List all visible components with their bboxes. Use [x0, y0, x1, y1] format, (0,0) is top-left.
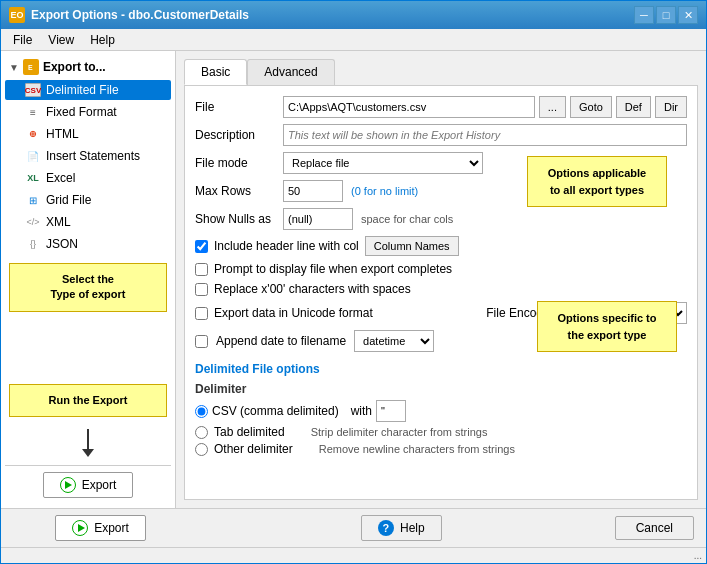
header-checkbox-label: Include header line with col	[214, 239, 359, 253]
nulls-hint: space for char cols	[361, 213, 453, 225]
json-icon: {}	[25, 237, 41, 251]
callout-all-types: Options applicableto all export types	[527, 156, 667, 207]
play-triangle-bottom	[78, 524, 85, 532]
tree-item-json-label: JSON	[46, 237, 78, 251]
tree-item-csv-label: Delimited File	[46, 83, 119, 97]
menu-bar: File View Help	[1, 29, 706, 51]
unicode-checkbox[interactable]	[195, 307, 208, 320]
tree-item-fixed[interactable]: ≡ Fixed Format	[5, 102, 171, 122]
prompt-checkbox[interactable]	[195, 263, 208, 276]
csv-icon: CSV	[25, 83, 41, 97]
tree-item-xml[interactable]: </> XML	[5, 212, 171, 232]
maxrows-input[interactable]	[283, 180, 343, 202]
file-dots-button[interactable]: ...	[539, 96, 566, 118]
nulls-label: Show Nulls as	[195, 212, 275, 226]
status-bar: ...	[1, 547, 706, 563]
cancel-button[interactable]: Cancel	[615, 516, 694, 540]
menu-view[interactable]: View	[40, 31, 82, 49]
window-title: Export Options - dbo.CustomerDetails	[31, 8, 634, 22]
tree-item-excel-label: Excel	[46, 171, 75, 185]
tab-basic[interactable]: Basic	[184, 59, 247, 85]
tree-item-csv[interactable]: CSV Delimited File	[5, 80, 171, 100]
excel-icon: XL	[25, 171, 41, 185]
header-checkbox[interactable]	[195, 240, 208, 253]
maxrows-label: Max Rows	[195, 184, 275, 198]
prompt-label: Prompt to display file when export compl…	[214, 262, 452, 276]
replace-checkbox[interactable]	[195, 283, 208, 296]
csv-label: CSV (comma delimited)	[212, 404, 339, 418]
nulls-row: Show Nulls as space for char cols	[195, 208, 687, 230]
left-panel: ▼ E Export to... CSV Delimited File ≡ Fi…	[1, 51, 176, 508]
export-button[interactable]: Export	[43, 472, 134, 498]
unicode-label: Export data in Unicode format	[214, 306, 373, 320]
tab-bar: Basic Advanced	[184, 59, 698, 85]
description-row: Description	[195, 124, 687, 146]
with-label: with	[351, 404, 372, 418]
menu-help[interactable]: Help	[82, 31, 123, 49]
delimiter-radio-group: CSV (comma delimited) with Tab delimited…	[195, 400, 687, 456]
bottom-bar: Export ? Help Cancel	[1, 508, 706, 547]
callout-all-text: Options applicableto all export types	[548, 167, 646, 196]
play-icon-bottom	[72, 520, 88, 536]
play-triangle	[65, 481, 72, 489]
html-icon: ⊕	[25, 127, 41, 141]
unicode-checkbox-row: Export data in Unicode format	[195, 306, 373, 320]
file-input[interactable]	[283, 96, 535, 118]
other-radio[interactable]	[195, 443, 208, 456]
tree-item-insert[interactable]: 📄 Insert Statements	[5, 146, 171, 166]
svg-text:E: E	[28, 64, 33, 71]
description-input[interactable]	[283, 124, 687, 146]
export-btn-label: Export	[82, 478, 117, 492]
help-btn-area: ? Help	[188, 515, 615, 541]
delimited-section-title: Delimited File options	[195, 362, 687, 376]
file-def-button[interactable]: Def	[616, 96, 651, 118]
tree-item-json[interactable]: {} JSON	[5, 234, 171, 254]
export-bottom-button[interactable]: Export	[55, 515, 146, 541]
file-goto-button[interactable]: Goto	[570, 96, 612, 118]
play-icon	[60, 477, 76, 493]
tree-toggle-icon: ▼	[9, 62, 19, 73]
filemode-select[interactable]: Replace file	[283, 152, 483, 174]
strip-label: Strip delimiter character from strings	[311, 426, 488, 438]
with-input[interactable]	[376, 400, 406, 422]
callout-select-type: Select theType of export	[9, 263, 167, 312]
tab-label: Tab delimited	[214, 425, 285, 439]
window-controls: ─ □ ✕	[634, 6, 698, 24]
datetime-select[interactable]: datetime	[354, 330, 434, 352]
tab-radio-row: Tab delimited Strip delimiter character …	[195, 425, 687, 439]
app-icon: EO	[9, 7, 25, 23]
export-btn-row: Export	[5, 465, 171, 504]
tree-item-grid-label: Grid File	[46, 193, 91, 207]
maximize-button[interactable]: □	[656, 6, 676, 24]
help-button[interactable]: ? Help	[361, 515, 442, 541]
append-checkbox[interactable]	[195, 335, 208, 348]
filemode-label: File mode	[195, 156, 275, 170]
delimiter-section: Delimiter CSV (comma delimited) with Tab…	[195, 382, 687, 456]
arrow-head	[82, 449, 94, 457]
tab-advanced[interactable]: Advanced	[247, 59, 334, 85]
description-label: Description	[195, 128, 275, 142]
minimize-button[interactable]: ─	[634, 6, 654, 24]
cancel-btn-area: Cancel	[615, 516, 694, 540]
help-icon: ?	[378, 520, 394, 536]
replace-label: Replace x'00' characters with spaces	[214, 282, 411, 296]
export-btn-bottom: Export	[13, 515, 188, 541]
export-bottom-label: Export	[94, 521, 129, 535]
tree-header-icon: E	[23, 59, 39, 75]
status-text: ...	[694, 550, 702, 561]
tab-content-basic: File ... Goto Def Dir Description	[184, 85, 698, 500]
callout-specific-text: Options specific tothe export type	[557, 312, 656, 341]
column-names-button[interactable]: Column Names	[365, 236, 459, 256]
nulls-input[interactable]	[283, 208, 353, 230]
tree-item-grid[interactable]: ⊞ Grid File	[5, 190, 171, 210]
tree-item-html[interactable]: ⊕ HTML	[5, 124, 171, 144]
right-panel: Basic Advanced File ... Goto Def Dir	[176, 51, 706, 508]
tab-radio[interactable]	[195, 426, 208, 439]
maxrows-hint: (0 for no limit)	[351, 185, 418, 197]
csv-radio[interactable]	[195, 405, 208, 418]
other-label: Other delimiter	[214, 442, 293, 456]
file-dir-button[interactable]: Dir	[655, 96, 687, 118]
menu-file[interactable]: File	[5, 31, 40, 49]
close-button[interactable]: ✕	[678, 6, 698, 24]
tree-item-excel[interactable]: XL Excel	[5, 168, 171, 188]
